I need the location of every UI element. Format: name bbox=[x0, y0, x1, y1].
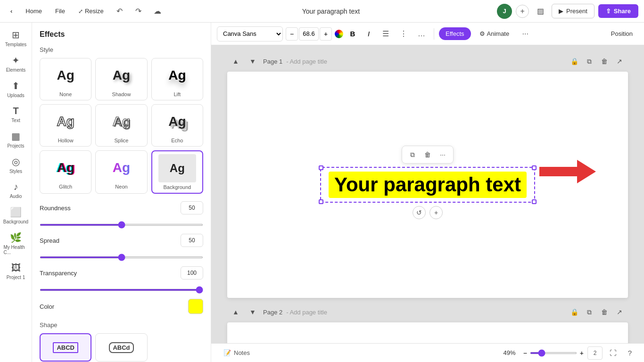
sidebar-item-elements[interactable]: ✦ Elements bbox=[2, 52, 30, 75]
page1-canvas[interactable]: ⧉ 🗑 ··· Your paragraph text bbox=[227, 72, 628, 298]
style-lift[interactable]: Ag Lift bbox=[151, 58, 203, 100]
page1-up-btn[interactable]: ▲ bbox=[229, 55, 242, 68]
handle-bl[interactable] bbox=[319, 199, 323, 204]
style-hollow[interactable]: Ag Hollow bbox=[40, 104, 91, 147]
page2-up-btn[interactable]: ▲ bbox=[229, 305, 242, 319]
sidebar-item-project1[interactable]: 🖼 Project 1 bbox=[2, 260, 30, 283]
style-hollow-label: Hollow bbox=[58, 138, 74, 143]
spread-slider[interactable] bbox=[40, 256, 203, 258]
font-size-container: − 68.6 + bbox=[286, 27, 332, 41]
back-button[interactable]: ‹ bbox=[6, 5, 17, 17]
page1-actions: 🔒 ⧉ 🗑 ↗ bbox=[568, 55, 626, 68]
page2-expand-btn[interactable]: ↗ bbox=[613, 305, 626, 319]
share-button[interactable]: ⇧ Share bbox=[598, 4, 638, 18]
shape-rounded-label: ABCd bbox=[109, 342, 133, 353]
handle-tr[interactable] bbox=[532, 165, 537, 170]
text-color-picker[interactable] bbox=[335, 30, 343, 38]
page2-down-btn[interactable]: ▼ bbox=[246, 305, 259, 319]
home-button[interactable]: Home bbox=[21, 5, 47, 17]
sidebar-item-projects[interactable]: ▦ Projects bbox=[2, 128, 30, 151]
redo-button[interactable]: ↷ bbox=[131, 4, 146, 19]
page2-copy-btn[interactable]: ⧉ bbox=[583, 305, 596, 319]
position-button[interactable]: Position bbox=[605, 27, 638, 40]
font-select[interactable]: Canva Sans bbox=[217, 26, 283, 41]
page1-expand-btn[interactable]: ↗ bbox=[613, 55, 626, 68]
style-none[interactable]: Ag None bbox=[40, 58, 91, 100]
arrow-annotation bbox=[539, 157, 596, 187]
page1-copy-btn[interactable]: ⧉ bbox=[583, 55, 596, 68]
sidebar-item-background[interactable]: ⬜ Background bbox=[2, 204, 30, 227]
sidebar-item-text[interactable]: T Text bbox=[2, 103, 30, 126]
sidebar-item-audio[interactable]: ♪ Audio bbox=[2, 179, 30, 202]
page1-down-btn[interactable]: ▼ bbox=[246, 55, 259, 68]
style-grid: Ag None Ag Shadow Ag Lift Ag Hollow Ag S… bbox=[40, 58, 203, 194]
shape-rectangle[interactable]: ABCD bbox=[40, 333, 91, 362]
zoom-slider[interactable] bbox=[530, 352, 577, 354]
add-element-btn[interactable]: + bbox=[429, 206, 443, 219]
sidebar-item-uploads[interactable]: ⬆ Uploads bbox=[2, 77, 30, 101]
style-echo[interactable]: Ag Echo bbox=[151, 104, 203, 147]
page2-canvas[interactable] bbox=[227, 322, 628, 343]
add-collaborator-button[interactable]: + bbox=[516, 5, 529, 18]
text-delete-btn[interactable]: 🗑 bbox=[421, 148, 434, 161]
rotate-btn[interactable]: ↺ bbox=[413, 206, 426, 219]
roundness-value[interactable]: 50 bbox=[181, 201, 203, 214]
analytics-button[interactable]: ▨ bbox=[533, 4, 548, 19]
page1-delete-btn[interactable]: 🗑 bbox=[598, 55, 611, 68]
position-label: Position bbox=[611, 30, 633, 37]
page1-lock-btn[interactable]: 🔒 bbox=[568, 55, 581, 68]
page2-add-title[interactable]: - Add page title bbox=[286, 309, 327, 316]
style-shadow[interactable]: Ag Shadow bbox=[95, 58, 147, 100]
align-button[interactable]: ☰ bbox=[378, 26, 393, 41]
projects-label: Projects bbox=[7, 143, 24, 148]
help-button[interactable]: ? bbox=[623, 346, 636, 360]
fullscreen-button[interactable]: ⛶ bbox=[606, 346, 619, 360]
text-copy-btn[interactable]: ⧉ bbox=[406, 148, 419, 161]
style-background[interactable]: Ag Background bbox=[151, 150, 203, 194]
sidebar-item-templates[interactable]: ⊞ Templates bbox=[2, 26, 30, 50]
canvas-scroll-wrapper[interactable]: ▲ ▼ Page 1 - Add page title 🔒 ⧉ 🗑 ↗ bbox=[211, 45, 644, 343]
bold-button[interactable]: B bbox=[346, 27, 359, 41]
font-size-decrease[interactable]: − bbox=[286, 27, 298, 41]
style-splice[interactable]: Ag Splice bbox=[95, 104, 147, 147]
page1-add-title[interactable]: - Add page title bbox=[286, 58, 327, 65]
transparency-value[interactable]: 100 bbox=[181, 266, 203, 280]
style-neon[interactable]: Ag Neon bbox=[95, 150, 147, 194]
sidebar-item-myhealthc[interactable]: 🌿 My Health C... bbox=[2, 229, 30, 258]
animate-button[interactable]: ⚙ Animate bbox=[474, 27, 515, 40]
svg-marker-0 bbox=[539, 160, 596, 183]
zoom-in-icon[interactable]: + bbox=[580, 349, 584, 357]
style-glitch[interactable]: Ag Glitch bbox=[40, 150, 91, 194]
style-echo-preview: Ag bbox=[158, 107, 196, 136]
roundness-slider[interactable] bbox=[40, 224, 203, 226]
background-icon: ⬜ bbox=[10, 206, 22, 218]
handle-tl[interactable] bbox=[319, 165, 323, 170]
page-number-display[interactable]: 2 bbox=[587, 346, 603, 360]
list-spacing-button[interactable]: … bbox=[414, 26, 429, 41]
font-size-increase[interactable]: + bbox=[320, 27, 332, 41]
undo-button[interactable]: ↶ bbox=[112, 4, 127, 19]
text-more-btn[interactable]: ··· bbox=[436, 148, 449, 161]
effects-button[interactable]: Effects bbox=[439, 27, 471, 40]
resize-button[interactable]: ⤢ Resize bbox=[74, 5, 108, 17]
save-cloud-button[interactable]: ☁ bbox=[150, 4, 165, 19]
page2-lock-btn[interactable]: 🔒 bbox=[568, 305, 581, 319]
text-content[interactable]: Your paragraph text bbox=[329, 172, 527, 198]
more-options-button[interactable]: ··· bbox=[518, 26, 533, 41]
transparency-slider[interactable] bbox=[40, 289, 203, 291]
list-button[interactable]: ⋮ bbox=[396, 26, 411, 41]
effects-title: Effects bbox=[40, 30, 203, 39]
color-swatch[interactable] bbox=[188, 299, 203, 314]
notes-button[interactable]: 📝 Notes bbox=[219, 347, 255, 358]
present-button[interactable]: ▶ Present bbox=[552, 4, 594, 18]
page2-delete-btn[interactable]: 🗑 bbox=[598, 305, 611, 319]
zoom-out-icon[interactable]: − bbox=[523, 349, 527, 357]
font-size-value[interactable]: 68.6 bbox=[299, 27, 319, 41]
file-button[interactable]: File bbox=[50, 5, 70, 17]
handle-br[interactable] bbox=[532, 199, 537, 204]
sidebar-item-styles[interactable]: ◎ Styles bbox=[2, 153, 30, 177]
spread-value[interactable]: 50 bbox=[181, 234, 203, 247]
italic-button[interactable]: I bbox=[362, 27, 375, 41]
style-background-preview: Ag bbox=[158, 154, 196, 182]
shape-rounded[interactable]: ABCd bbox=[95, 333, 147, 362]
